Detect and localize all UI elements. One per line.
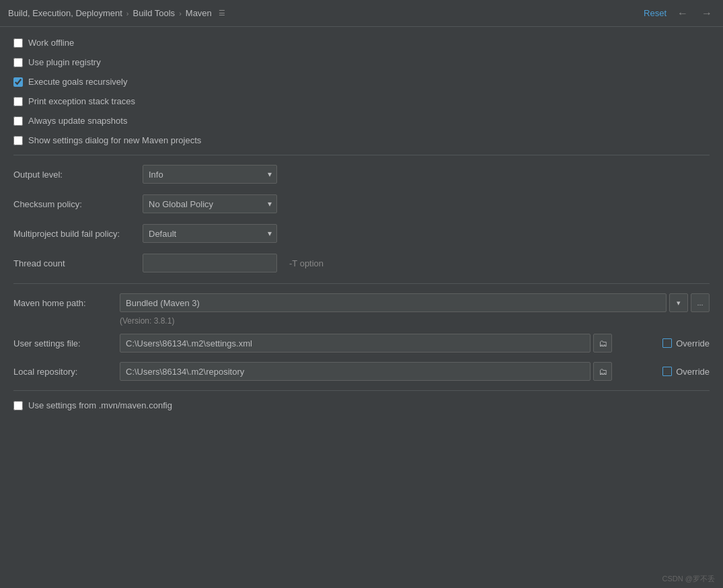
user-settings-label: User settings file:: [13, 338, 114, 348]
show-settings-label[interactable]: Show settings dialog for new Maven proje…: [28, 135, 201, 145]
watermark-text: CSDN @罗不丢: [662, 575, 715, 583]
work-offline-checkbox[interactable]: [13, 38, 23, 48]
maven-home-label: Maven home path:: [13, 298, 114, 308]
user-settings-override-label[interactable]: Override: [676, 338, 710, 348]
work-offline-label[interactable]: Work offline: [28, 38, 74, 48]
user-settings-input[interactable]: [120, 334, 591, 353]
local-repo-input[interactable]: [120, 362, 591, 381]
use-plugin-registry-checkbox[interactable]: [13, 58, 23, 67]
show-settings-checkbox[interactable]: [13, 136, 23, 145]
always-update-label[interactable]: Always update snapshots: [28, 116, 127, 126]
use-mvn-settings-checkbox[interactable]: [13, 401, 23, 410]
local-repo-label: Local repository:: [13, 367, 114, 377]
output-level-row: Output level: Info Debug Warning Error: [13, 165, 710, 184]
thread-count-input[interactable]: [143, 254, 277, 272]
checksum-policy-select-wrapper: No Global Policy Warn Fail Ignore: [143, 194, 277, 213]
local-repo-override-checkbox[interactable]: [662, 367, 672, 376]
local-repo-override-group: Override: [662, 367, 710, 377]
breadcrumb-part1[interactable]: Build, Execution, Deployment: [8, 8, 122, 18]
local-repo-browse-btn[interactable]: 🗂: [593, 362, 612, 381]
maven-home-input[interactable]: Bundled (Maven 3): [120, 293, 667, 312]
reset-button[interactable]: Reset: [644, 8, 667, 18]
checkbox-row-always-update: Always update snapshots: [13, 116, 710, 126]
thread-count-label: Thread count: [13, 258, 135, 268]
checkbox-row-print-exception: Print exception stack traces: [13, 96, 710, 106]
multiproject-policy-label: Multiproject build fail policy:: [13, 229, 135, 239]
checkbox-row-use-mvn-settings: Use settings from .mvn/maven.config: [13, 400, 710, 410]
edit-config-icon[interactable]: ☰: [219, 9, 225, 17]
output-level-select[interactable]: Info Debug Warning Error: [143, 165, 277, 184]
multiproject-policy-select-wrapper: Default At End Never Fail Fast: [143, 224, 277, 243]
user-settings-input-group: 🗂: [120, 334, 652, 353]
breadcrumb-part2[interactable]: Build Tools: [132, 8, 175, 18]
forward-button[interactable]: →: [699, 7, 715, 20]
breadcrumb-part3: Maven: [186, 8, 212, 18]
local-repo-override-label[interactable]: Override: [676, 367, 710, 377]
maven-home-browse-btn[interactable]: ...: [691, 293, 710, 312]
divider1: [13, 155, 710, 155]
print-exception-label[interactable]: Print exception stack traces: [28, 96, 135, 106]
footer-watermark: CSDN @罗不丢: [654, 570, 723, 588]
execute-goals-label[interactable]: Execute goals recursively: [28, 77, 127, 87]
use-mvn-settings-label[interactable]: Use settings from .mvn/maven.config: [28, 400, 172, 410]
local-repo-row: Local repository: 🗂 Override: [13, 362, 710, 381]
checksum-policy-label: Checksum policy:: [13, 199, 135, 209]
multiproject-policy-select[interactable]: Default At End Never Fail Fast: [143, 224, 277, 243]
breadcrumb-sep2: ›: [179, 9, 182, 17]
checksum-policy-select[interactable]: No Global Policy Warn Fail Ignore: [143, 194, 277, 213]
user-settings-override-group: Override: [662, 338, 710, 348]
divider2: [13, 283, 710, 284]
user-settings-browse-btn[interactable]: 🗂: [593, 334, 612, 353]
output-level-select-wrapper: Info Debug Warning Error: [143, 165, 277, 184]
print-exception-checkbox[interactable]: [13, 97, 23, 106]
checkbox-row-work-offline: Work offline: [13, 38, 710, 48]
maven-home-dropdown-btn[interactable]: ▾: [669, 293, 688, 312]
header-actions: Reset ← →: [644, 7, 715, 20]
breadcrumb-sep1: ›: [126, 9, 129, 17]
multiproject-policy-row: Multiproject build fail policy: Default …: [13, 224, 710, 243]
output-level-label: Output level:: [13, 170, 135, 180]
settings-content: Work offline Use plugin registry Execute…: [0, 27, 723, 569]
user-settings-row: User settings file: 🗂 Override: [13, 334, 710, 353]
maven-home-row: Maven home path: Bundled (Maven 3) ▾ ...: [13, 293, 710, 312]
checkbox-row-show-settings: Show settings dialog for new Maven proje…: [13, 135, 710, 145]
t-option-label: -T option: [289, 258, 324, 268]
checkbox-row-plugin-registry: Use plugin registry: [13, 57, 710, 67]
local-repo-input-group: 🗂: [120, 362, 652, 381]
user-settings-override-checkbox[interactable]: [662, 338, 672, 348]
maven-version-text: (Version: 3.8.1): [120, 316, 710, 326]
maven-home-input-group: Bundled (Maven 3) ▾ ...: [120, 293, 710, 312]
thread-count-row: Thread count -T option: [13, 254, 710, 272]
checkbox-row-execute-goals: Execute goals recursively: [13, 77, 710, 87]
execute-goals-checkbox[interactable]: [13, 77, 23, 87]
divider3: [13, 390, 710, 391]
header: Build, Execution, Deployment › Build Too…: [0, 0, 723, 27]
use-plugin-registry-label[interactable]: Use plugin registry: [28, 57, 101, 67]
checksum-policy-row: Checksum policy: No Global Policy Warn F…: [13, 194, 710, 213]
back-button[interactable]: ←: [675, 7, 691, 20]
always-update-checkbox[interactable]: [13, 116, 23, 126]
breadcrumb: Build, Execution, Deployment › Build Too…: [8, 8, 225, 18]
